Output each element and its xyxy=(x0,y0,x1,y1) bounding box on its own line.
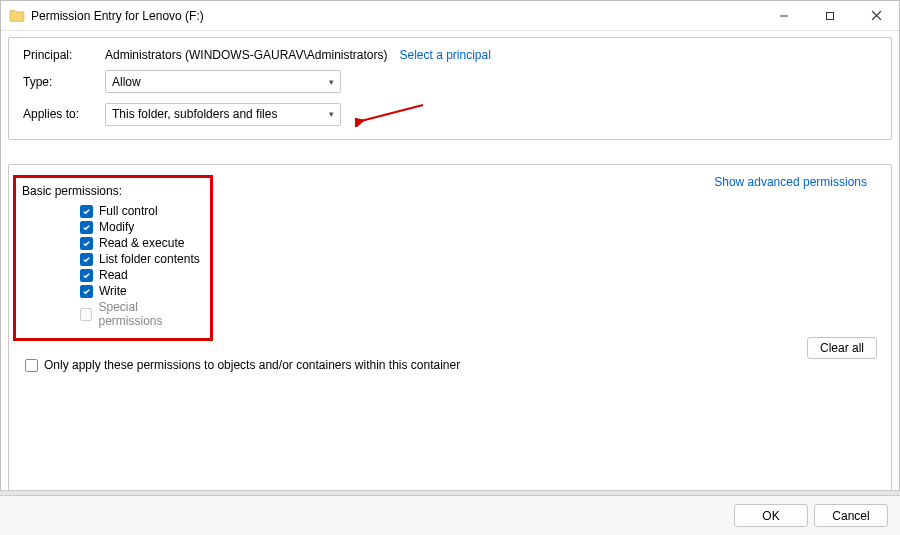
perm-label: Modify xyxy=(99,220,134,234)
perm-read[interactable]: Read xyxy=(80,268,200,282)
perm-label: Write xyxy=(99,284,127,298)
window-controls xyxy=(761,1,899,30)
type-select[interactable]: Allow ▾ xyxy=(105,70,341,93)
clear-all-label: Clear all xyxy=(820,341,864,355)
checkbox-icon xyxy=(80,308,92,321)
principal-panel: Principal: Administrators (WINDOWS-GAURA… xyxy=(8,37,892,140)
perm-label: Read xyxy=(99,268,128,282)
checkbox-icon xyxy=(80,237,93,250)
checkbox-icon xyxy=(25,359,38,372)
titlebar: Permission Entry for Lenovo (F:) xyxy=(1,1,899,31)
perm-list-folder[interactable]: List folder contents xyxy=(80,252,200,266)
checkbox-icon xyxy=(80,221,93,234)
ok-button[interactable]: OK xyxy=(734,504,808,527)
perm-label: List folder contents xyxy=(99,252,200,266)
cancel-button[interactable]: Cancel xyxy=(814,504,888,527)
svg-rect-1 xyxy=(827,12,834,19)
principal-value: Administrators (WINDOWS-GAURAV\Administr… xyxy=(105,48,387,62)
perm-full-control[interactable]: Full control xyxy=(80,204,200,218)
folder-icon xyxy=(9,8,25,24)
cancel-label: Cancel xyxy=(832,509,869,523)
basic-permissions-heading: Basic permissions: xyxy=(22,184,200,198)
applies-to-value: This folder, subfolders and files xyxy=(112,107,277,121)
annotation-arrow-icon xyxy=(355,101,425,127)
clear-all-button[interactable]: Clear all xyxy=(807,337,877,359)
ok-label: OK xyxy=(762,509,779,523)
perm-read-execute[interactable]: Read & execute xyxy=(80,236,200,250)
type-select-value: Allow xyxy=(112,75,141,89)
window-title: Permission Entry for Lenovo (F:) xyxy=(31,9,761,23)
only-apply-row[interactable]: Only apply these permissions to objects … xyxy=(25,358,877,372)
checkbox-icon xyxy=(80,285,93,298)
applies-to-select[interactable]: This folder, subfolders and files ▾ xyxy=(105,103,341,126)
show-advanced-permissions-link[interactable]: Show advanced permissions xyxy=(714,175,867,189)
checkbox-icon xyxy=(80,253,93,266)
permissions-panel: Basic permissions: Full control Modify R… xyxy=(8,164,892,492)
perm-write[interactable]: Write xyxy=(80,284,200,298)
basic-permissions-group: Basic permissions: Full control Modify R… xyxy=(13,175,213,341)
maximize-button[interactable] xyxy=(807,1,853,31)
checkbox-icon xyxy=(80,205,93,218)
perm-label: Special permissions xyxy=(98,300,200,328)
perm-modify[interactable]: Modify xyxy=(80,220,200,234)
type-label: Type: xyxy=(23,75,105,89)
checkbox-icon xyxy=(80,269,93,282)
principal-label: Principal: xyxy=(23,48,105,62)
perm-label: Full control xyxy=(99,204,158,218)
perm-special: Special permissions xyxy=(80,300,200,328)
close-button[interactable] xyxy=(853,1,899,31)
chevron-down-icon: ▾ xyxy=(329,109,334,119)
svg-line-4 xyxy=(361,105,423,121)
only-apply-label: Only apply these permissions to objects … xyxy=(44,358,460,372)
minimize-button[interactable] xyxy=(761,1,807,31)
applies-to-label: Applies to: xyxy=(23,107,105,121)
perm-label: Read & execute xyxy=(99,236,184,250)
dialog-footer: OK Cancel xyxy=(0,495,900,535)
select-principal-link[interactable]: Select a principal xyxy=(399,48,490,62)
chevron-down-icon: ▾ xyxy=(329,77,334,87)
